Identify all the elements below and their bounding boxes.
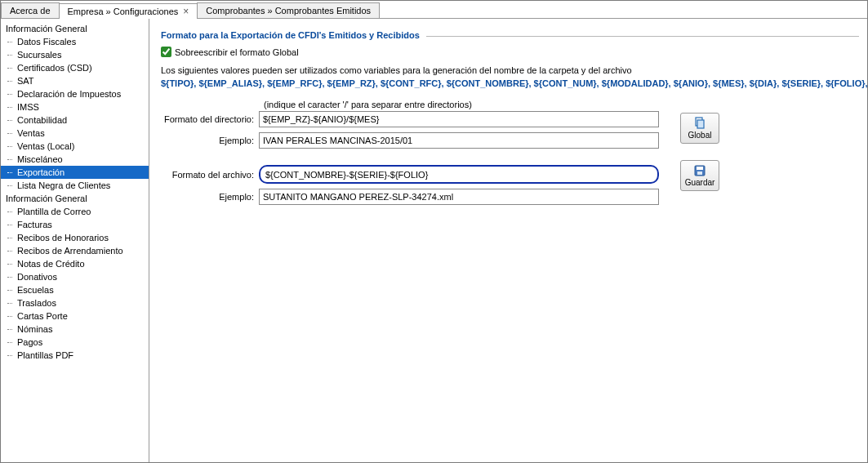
tab-bar: Acerca de Empresa » Configuraciones × Co… <box>1 1 867 19</box>
tab-configurations[interactable]: Empresa » Configuraciones × <box>59 3 198 19</box>
sidebar-item-ventas[interactable]: Ventas <box>1 127 149 140</box>
tab-about[interactable]: Acerca de <box>1 2 60 18</box>
save-icon <box>693 164 706 177</box>
tab-label: Comprobantes » Comprobantes Emitidos <box>206 6 371 16</box>
file-format-input[interactable] <box>259 165 659 184</box>
sidebar-item-declaracion[interactable]: Declaración de Impuestos <box>1 87 149 100</box>
sidebar-item-certificados[interactable]: Certificados (CSD) <box>1 61 149 74</box>
sidebar-item-pagos[interactable]: Pagos <box>1 336 149 349</box>
sidebar-item-sat[interactable]: SAT <box>1 74 149 87</box>
sidebar-item-traslados[interactable]: Traslados <box>1 296 149 309</box>
panel-title: Formato para la Exportación de CFDI's Em… <box>161 30 426 40</box>
sidebar-item-facturas[interactable]: Facturas <box>1 218 149 231</box>
sidebar-item-nominas[interactable]: Nóminas <box>1 323 149 336</box>
sidebar-item-recibos-arrendamiento[interactable]: Recibos de Arrendamiento <box>1 244 149 257</box>
sidebar-tree: Información General Datos Fiscales Sucur… <box>1 19 149 462</box>
file-example-output <box>259 189 659 205</box>
variables-list: ${TIPO}, ${EMP_ALIAS}, ${EMP_RFC}, ${EMP… <box>161 78 859 88</box>
save-button-label: Guardar <box>685 178 715 187</box>
svg-rect-3 <box>697 167 703 170</box>
sidebar-item-cartas-porte[interactable]: Cartas Porte <box>1 309 149 323</box>
tab-label: Empresa » Configuraciones <box>68 7 179 16</box>
sidebar-item-contabilidad[interactable]: Contabilidad <box>1 114 149 127</box>
sidebar-item-exportacion[interactable]: Exportación <box>1 166 149 179</box>
tree-group-title: Información General <box>1 22 149 35</box>
sidebar-item-datos-fiscales[interactable]: Datos Fiscales <box>1 35 149 48</box>
sidebar-item-imss[interactable]: IMSS <box>1 100 149 114</box>
overwrite-global-checkbox[interactable] <box>161 47 171 57</box>
dir-hint: (indique el caracter '/' para separar en… <box>264 100 659 109</box>
dir-example-label: Ejemplo: <box>161 136 259 145</box>
tab-label: Acerca de <box>10 6 51 16</box>
svg-rect-1 <box>697 120 704 128</box>
overwrite-global-label: Sobreescribir el formato Global <box>175 47 299 57</box>
sidebar-item-plantilla-correo[interactable]: Plantilla de Correo <box>1 205 149 218</box>
sidebar-item-notas-credito[interactable]: Notas de Crédito <box>1 257 149 270</box>
sidebar-item-escuelas[interactable]: Escuelas <box>1 283 149 296</box>
sidebar-item-sucursales[interactable]: Sucursales <box>1 48 149 61</box>
sidebar-item-recibos-honorarios[interactable]: Recibos de Honorarios <box>1 231 149 244</box>
close-icon[interactable]: × <box>183 7 189 16</box>
help-text: Los siguientes valores pueden ser utiliz… <box>161 65 859 75</box>
dir-example-output <box>259 132 659 149</box>
dir-format-input[interactable] <box>259 111 659 127</box>
main-panel: Formato para la Exportación de CFDI's Em… <box>149 19 867 462</box>
tab-comprobantes[interactable]: Comprobantes » Comprobantes Emitidos <box>197 2 380 18</box>
sidebar-item-lista-negra[interactable]: Lista Negra de Clientes <box>1 179 149 192</box>
sidebar-item-ventas-local[interactable]: Ventas (Local) <box>1 140 149 153</box>
copy-icon <box>693 117 706 130</box>
global-button-label: Global <box>688 131 712 140</box>
file-format-label: Formato del archivo: <box>161 170 259 180</box>
save-button[interactable]: Guardar <box>680 160 719 191</box>
global-button[interactable]: Global <box>680 113 719 144</box>
dir-format-label: Formato del directorio: <box>161 114 259 124</box>
sidebar-item-plantillas-pdf[interactable]: Plantillas PDF <box>1 349 149 362</box>
file-example-label: Ejemplo: <box>161 192 259 202</box>
sidebar-item-miscelaneo[interactable]: Misceláneo <box>1 153 149 166</box>
svg-rect-4 <box>697 171 702 175</box>
sidebar-item-donativos[interactable]: Donativos <box>1 270 149 283</box>
tree-group-title: Información General <box>1 192 149 205</box>
